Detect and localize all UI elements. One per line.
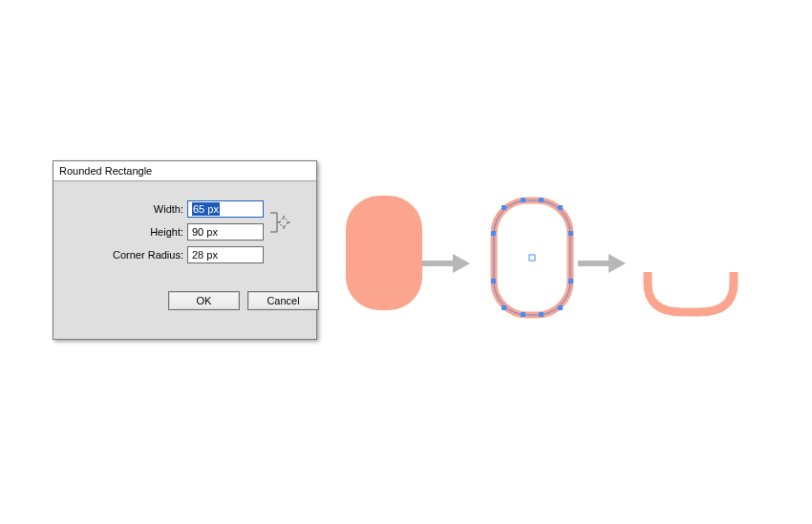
radius-row: Corner Radius: 28 px: [63, 246, 307, 263]
ok-button[interactable]: OK: [168, 291, 240, 310]
arrow-icon: [578, 254, 626, 273]
height-label: Height:: [63, 226, 187, 238]
svg-rect-18: [502, 205, 506, 210]
width-label: Width:: [63, 203, 187, 215]
svg-rect-12: [568, 231, 573, 236]
dialog-title: Rounded Rectangle: [53, 161, 316, 181]
bottom-arc-shape: [638, 253, 743, 331]
radius-value: 28 px: [192, 249, 218, 261]
constrain-proportions-icon[interactable]: [269, 211, 290, 234]
dialog-body: Width: 65 px Height: 90 px Corner Radius…: [53, 181, 316, 339]
height-value: 90 px: [192, 226, 218, 238]
svg-rect-10: [491, 231, 496, 236]
arrow-icon: [422, 254, 470, 273]
svg-rect-13: [568, 279, 573, 283]
svg-marker-7: [453, 254, 470, 273]
width-value: 65 px: [192, 202, 220, 216]
dialog-buttons: OK Cancel: [168, 291, 319, 310]
svg-rect-16: [521, 312, 525, 317]
svg-rect-17: [539, 312, 544, 317]
svg-rect-9: [494, 200, 570, 315]
radius-input[interactable]: 28 px: [187, 246, 264, 263]
selected-path-shape: [484, 191, 580, 336]
width-input[interactable]: 65 px: [187, 200, 264, 218]
svg-rect-5: [346, 196, 422, 310]
svg-marker-24: [609, 254, 626, 273]
filled-rounded-rectangle-shape: [341, 191, 427, 326]
svg-point-0: [280, 219, 288, 226]
svg-rect-19: [558, 205, 563, 210]
svg-rect-14: [521, 198, 525, 202]
cancel-button[interactable]: Cancel: [247, 291, 319, 310]
svg-rect-8: [494, 200, 570, 315]
svg-rect-22: [529, 255, 535, 261]
svg-rect-11: [491, 279, 496, 283]
rounded-rectangle-dialog: Rounded Rectangle Width: 65 px Height: 9…: [53, 160, 317, 340]
radius-label: Corner Radius:: [63, 249, 187, 261]
svg-rect-15: [539, 198, 544, 202]
svg-rect-21: [558, 305, 563, 310]
svg-rect-20: [502, 305, 506, 310]
height-input[interactable]: 90 px: [187, 223, 264, 241]
